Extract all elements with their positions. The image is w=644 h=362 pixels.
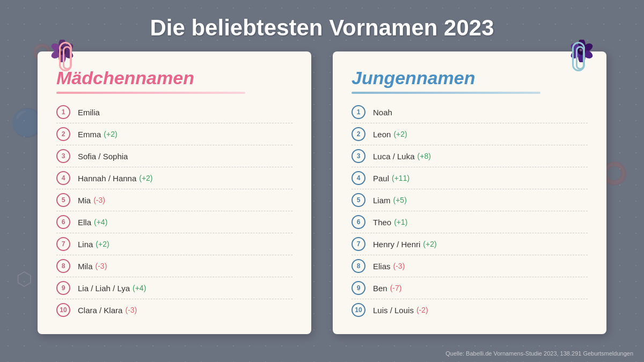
- rank-badge: 2: [352, 127, 365, 141]
- list-item: 7Henry / Henri(+2): [352, 233, 588, 255]
- list-item: 3Luca / Luka(+8): [352, 145, 588, 167]
- rank-badge: 3: [56, 149, 70, 163]
- name-text: Lina: [78, 240, 93, 249]
- name-text: Hannah / Hanna: [78, 174, 136, 183]
- list-item: 5Mia(-3): [56, 189, 292, 211]
- change-indicator: (+2): [393, 130, 407, 138]
- name-text: Paul: [373, 174, 389, 183]
- rank-badge: 4: [352, 171, 365, 185]
- girls-name-list: 1Emilia2Emma(+2)3Sofia / Sophia4Hannah /…: [56, 101, 292, 321]
- list-item: 3Sofia / Sophia: [56, 145, 292, 167]
- change-indicator: (-3): [93, 196, 105, 204]
- rank-badge: 9: [352, 281, 365, 295]
- change-indicator: (+4): [94, 218, 107, 226]
- list-item: 4Paul(+11): [352, 167, 588, 189]
- change-indicator: (-3): [393, 262, 405, 270]
- girls-heading: Mädchennamen: [56, 68, 292, 88]
- change-indicator: (+4): [133, 284, 146, 292]
- change-indicator: (+2): [139, 174, 152, 182]
- rank-badge: 5: [352, 193, 365, 207]
- list-item: 2Leon(+2): [352, 123, 588, 145]
- list-item: 5Liam(+5): [352, 189, 588, 211]
- list-item: 2Emma(+2): [56, 123, 292, 145]
- change-indicator: (-3): [125, 306, 137, 314]
- list-item: 1Emilia: [56, 101, 292, 123]
- rank-badge: 4: [56, 171, 70, 185]
- change-indicator: (+8): [418, 152, 431, 160]
- rank-badge: 3: [352, 149, 365, 163]
- change-indicator: (+1): [394, 218, 407, 226]
- rank-badge: 8: [352, 259, 365, 273]
- change-indicator: (-2): [416, 306, 428, 314]
- rank-badge: 2: [56, 127, 70, 141]
- change-indicator: (-7): [390, 284, 402, 292]
- name-text: Noah: [373, 108, 392, 117]
- change-indicator: (+2): [96, 240, 109, 248]
- rank-badge: 7: [352, 237, 365, 251]
- boys-heading: Jungennamen: [352, 68, 588, 88]
- rank-badge: 8: [56, 259, 70, 273]
- name-text: Theo: [373, 218, 391, 227]
- change-indicator: (+5): [393, 196, 407, 204]
- name-text: Leon: [373, 130, 391, 139]
- name-text: Luca / Luka: [373, 152, 415, 161]
- rank-badge: 1: [352, 105, 365, 119]
- rank-badge: 6: [352, 215, 365, 229]
- name-text: Mia: [78, 196, 91, 205]
- paperclip-left: [59, 42, 72, 71]
- rank-badge: 10: [56, 303, 70, 317]
- list-item: 6Ella(+4): [56, 211, 292, 233]
- boys-card: Jungennamen 1Noah2Leon(+2)3Luca / Luka(+…: [333, 51, 606, 334]
- name-text: Ben: [373, 284, 387, 293]
- list-item: 7Lina(+2): [56, 233, 292, 255]
- change-indicator: (+2): [423, 240, 436, 248]
- list-item: 8Elias(-3): [352, 255, 588, 277]
- list-item: 10Clara / Klara(-3): [56, 299, 292, 321]
- name-text: Sofia / Sophia: [78, 152, 128, 161]
- list-item: 9Ben(-7): [352, 277, 588, 299]
- name-text: Liam: [373, 196, 391, 205]
- name-text: Emma: [78, 130, 101, 139]
- list-item: 10Luis / Louis(-2): [352, 299, 588, 321]
- name-text: Emilia: [78, 108, 100, 117]
- boys-underline: [352, 92, 540, 94]
- boys-name-list: 1Noah2Leon(+2)3Luca / Luka(+8)4Paul(+11)…: [352, 101, 588, 321]
- change-indicator: (+2): [104, 130, 117, 138]
- source-citation: Quelle: Babelli.de Vornamens-Studie 2023…: [445, 350, 633, 357]
- rank-badge: 9: [56, 281, 70, 295]
- rank-badge: 5: [56, 193, 70, 207]
- list-item: 6Theo(+1): [352, 211, 588, 233]
- rank-badge: 1: [56, 105, 70, 119]
- name-text: Mila: [78, 262, 93, 271]
- list-item: 8Mila(-3): [56, 255, 292, 277]
- list-item: 4Hannah / Hanna(+2): [56, 167, 292, 189]
- list-item: 9Lia / Liah / Lya(+4): [56, 277, 292, 299]
- girls-card: Mädchennamen 1Emilia2Emma(+2)3Sofia / So…: [38, 51, 311, 334]
- name-text: Henry / Henri: [373, 240, 420, 249]
- change-indicator: (+11): [392, 174, 409, 182]
- cards-container: Mädchennamen 1Emilia2Emma(+2)3Sofia / So…: [0, 51, 644, 334]
- name-text: Luis / Louis: [373, 306, 414, 315]
- girls-underline: [56, 92, 245, 94]
- paperclip-right: [572, 42, 585, 71]
- rank-badge: 10: [352, 303, 365, 317]
- page-title: Die beliebtesten Vornamen 2023: [0, 0, 644, 51]
- change-indicator: (-3): [96, 262, 107, 270]
- name-text: Clara / Klara: [78, 306, 122, 315]
- name-text: Elias: [373, 262, 391, 271]
- rank-badge: 7: [56, 237, 70, 251]
- list-item: 1Noah: [352, 101, 588, 123]
- name-text: Lia / Liah / Lya: [78, 284, 130, 293]
- rank-badge: 6: [56, 215, 70, 229]
- name-text: Ella: [78, 218, 91, 227]
